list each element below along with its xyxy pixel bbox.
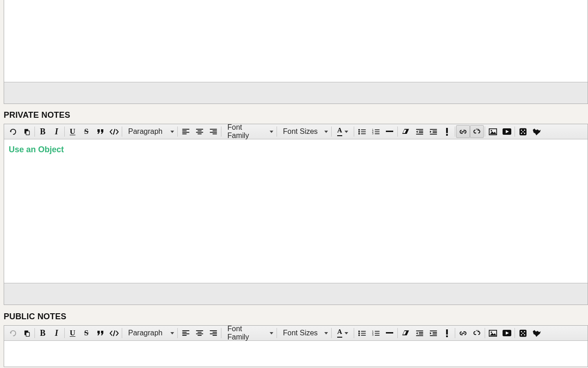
horizontal-rule-button[interactable] [383, 125, 396, 138]
bold-button[interactable]: B [36, 125, 50, 138]
strikethrough-icon: S [84, 127, 88, 136]
text-color-icon: A [337, 127, 342, 136]
paste-button[interactable] [20, 125, 34, 138]
indent-button[interactable] [426, 125, 440, 138]
horizontal-rule-button[interactable] [383, 327, 396, 339]
font-family-dropdown-label: Font Family [227, 123, 265, 140]
italic-icon: I [55, 127, 58, 137]
numbered-list-button[interactable]: 123 [369, 125, 383, 138]
italic-button[interactable]: I [50, 125, 63, 138]
unlink-button[interactable] [470, 327, 484, 339]
image-button[interactable] [486, 327, 500, 339]
clear-formatting-button[interactable] [399, 327, 413, 339]
top-editor-content-area[interactable] [4, 0, 588, 82]
italic-icon: I [55, 328, 58, 338]
align-left-button[interactable] [179, 125, 192, 138]
wolf-icon [532, 329, 541, 337]
undo-icon [9, 329, 17, 337]
svg-point-24 [358, 334, 360, 336]
align-left-button[interactable] [179, 327, 192, 339]
important-icon [445, 329, 449, 337]
svg-rect-10 [446, 134, 448, 136]
svg-point-37 [522, 333, 524, 334]
link-button[interactable] [456, 125, 470, 138]
font-family-dropdown[interactable]: Font Family [222, 125, 276, 138]
important-button[interactable] [440, 125, 454, 138]
undo-button[interactable] [6, 125, 20, 138]
svg-text:3: 3 [372, 132, 373, 135]
svg-point-32 [491, 331, 492, 333]
align-right-button[interactable] [206, 125, 220, 138]
strikethrough-button[interactable]: S [79, 125, 93, 138]
underline-button[interactable]: U [66, 327, 79, 339]
align-center-button[interactable] [192, 327, 206, 339]
bullet-list-icon [358, 330, 366, 337]
align-left-icon [182, 128, 190, 135]
undo-icon [9, 128, 17, 136]
number-list-icon: 123 [372, 330, 380, 337]
svg-point-2 [358, 129, 360, 130]
code-button[interactable] [107, 125, 121, 138]
link-icon [459, 129, 467, 135]
code-icon [109, 330, 119, 337]
paragraph-dropdown-label: Paragraph [128, 127, 163, 136]
chevron-down-icon [270, 332, 273, 334]
dice-button[interactable] [516, 327, 530, 339]
blockquote-button[interactable] [93, 327, 107, 339]
indent-button[interactable] [426, 327, 440, 339]
code-button[interactable] [107, 327, 121, 339]
public-editor-content-area[interactable] [4, 341, 588, 367]
font-sizes-dropdown[interactable]: Font Sizes [278, 125, 330, 138]
link-button[interactable] [456, 327, 470, 339]
paste-button[interactable] [20, 327, 34, 339]
video-button[interactable] [500, 125, 514, 138]
paragraph-dropdown[interactable]: Paragraph [123, 327, 176, 339]
text-color-button[interactable]: A [333, 327, 353, 339]
paragraph-dropdown[interactable]: Paragraph [123, 125, 176, 138]
bullet-list-button[interactable] [355, 327, 369, 339]
underline-button[interactable]: U [66, 125, 79, 138]
text-color-button[interactable]: A [333, 125, 353, 138]
bold-button[interactable]: B [36, 327, 50, 339]
outdent-button[interactable] [413, 327, 426, 339]
unlink-button[interactable] [470, 125, 484, 138]
image-button[interactable] [486, 125, 500, 138]
public-toolbar: B I U S Paragraph [4, 326, 588, 341]
top-editor-frame [4, 0, 588, 104]
video-icon [503, 330, 511, 336]
underline-icon: U [70, 328, 75, 338]
image-icon [489, 330, 497, 337]
blockquote-button[interactable] [93, 125, 107, 138]
image-icon [489, 128, 497, 135]
svg-point-3 [358, 131, 360, 132]
align-center-button[interactable] [192, 125, 206, 138]
private-editor-content-area[interactable]: Use an Object [4, 139, 588, 283]
bullet-list-icon [358, 128, 366, 135]
indent-icon [430, 128, 437, 135]
outdent-button[interactable] [413, 125, 426, 138]
important-button[interactable] [440, 327, 454, 339]
bold-icon: B [40, 127, 45, 137]
public-notes-label: PUBLIC NOTES [4, 312, 66, 322]
eraser-icon [401, 128, 410, 135]
svg-rect-29 [446, 329, 448, 334]
paste-icon [23, 329, 30, 337]
bullet-list-button[interactable] [355, 125, 369, 138]
strikethrough-button[interactable]: S [79, 327, 93, 339]
outdent-icon [416, 128, 424, 135]
dice-button[interactable] [516, 125, 530, 138]
italic-button[interactable]: I [50, 327, 63, 339]
svg-point-22 [358, 330, 360, 332]
wolf-button[interactable] [530, 125, 543, 138]
font-family-dropdown[interactable]: Font Family [222, 327, 276, 339]
wolf-button[interactable] [530, 327, 543, 339]
numbered-list-button[interactable]: 123 [369, 327, 383, 339]
video-button[interactable] [500, 327, 514, 339]
clear-formatting-button[interactable] [399, 125, 413, 138]
font-sizes-dropdown[interactable]: Font Sizes [278, 327, 330, 339]
dice-icon [519, 128, 527, 136]
private-notes-editor: B I U S Paragraph [4, 124, 588, 305]
align-right-button[interactable] [206, 327, 220, 339]
svg-point-4 [358, 133, 360, 134]
private-editor-link-text[interactable]: Use an Object [4, 139, 588, 155]
